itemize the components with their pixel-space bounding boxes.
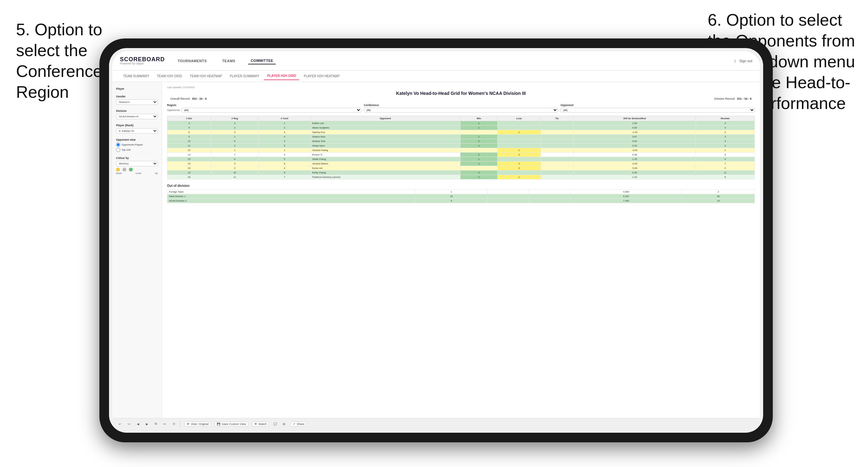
sidebar-colour-select[interactable]: Win/loss — [116, 161, 158, 166]
share-icon: ↗ — [293, 423, 295, 426]
table-row: 11 2 5 Heejo Hyun 1 3.33 3 — [167, 144, 755, 148]
subnav-team-summary[interactable]: TEAM SUMMARY — [120, 72, 153, 80]
td-win: 1 — [460, 126, 497, 130]
dot-level — [123, 168, 126, 172]
td-rounds: 7 — [696, 161, 755, 166]
td-diff: -3.00 — [573, 148, 695, 153]
th-win: Win — [460, 116, 497, 121]
th-reg: # Reg — [211, 116, 258, 121]
td-tie — [540, 170, 573, 175]
td-opponent: Stella Cheng — [310, 157, 460, 161]
td-rounds: 3 — [696, 130, 755, 135]
out-of-div-table: Foreign Team 1 4.500 2 NAIA Division 1 1… — [167, 189, 755, 203]
conference-select[interactable]: (All) — [364, 108, 558, 113]
save-custom-label: Save Custom View — [222, 423, 246, 426]
grid-icon[interactable]: ⊞ — [282, 422, 287, 427]
sign-out-link[interactable]: Sign out — [739, 59, 752, 63]
radio-opponents-played[interactable]: Opponents Played — [116, 143, 158, 147]
view-original-btn[interactable]: 👁 View: Original — [184, 422, 211, 427]
td-conf: 3 — [258, 130, 310, 135]
subnav-player-h2h-grid[interactable]: PLAYER H2H GRID — [264, 72, 299, 80]
radio-top100-input[interactable] — [116, 148, 120, 152]
table-row: 6 3 3 Sydney Kuo 1 -1.00 3 — [167, 130, 755, 135]
td-div: 14 — [167, 153, 211, 157]
td-diff: 4.00 — [573, 139, 695, 144]
sidebar-player-rank-select[interactable]: 8. Katelyn Vo — [116, 128, 158, 134]
tablet-screen: SCOREBOARD Powered by clippd TOURNAMENTS… — [112, 51, 760, 430]
dot-level-label: Level — [136, 172, 141, 174]
nav-committee[interactable]: COMMITTEE — [248, 57, 276, 64]
radio-top100[interactable]: Top 100 — [116, 148, 158, 152]
td-opponent: Emily Chang — [310, 170, 460, 175]
td-conf: 5 — [258, 157, 310, 161]
td-reg: 8 — [211, 157, 258, 161]
td-tie — [540, 135, 573, 139]
td-rounds: 6 — [696, 175, 755, 180]
share-btn[interactable]: ↗ Share — [290, 422, 307, 427]
nav-tournaments[interactable]: TOURNAMENTS — [175, 58, 209, 64]
td-rounds: 4 — [696, 121, 755, 126]
td-div: 9 — [167, 135, 211, 139]
td-opponent: Heejo Hyun — [310, 144, 460, 148]
edit-icon[interactable]: ✏ — [162, 422, 167, 427]
out-of-division-title: Out of division — [167, 184, 755, 187]
app-container: SCOREBOARD Powered by clippd TOURNAMENTS… — [112, 51, 760, 430]
undo-icon[interactable]: ↩ — [117, 422, 123, 427]
sidebar: Player Gender Women's Division NCAA Divi… — [112, 82, 162, 418]
sidebar-colour-label: Colour by — [116, 156, 158, 160]
td-loss — [498, 170, 541, 175]
subnav-team-h2h-heatmap[interactable]: TEAM H2H HEATMAP — [187, 72, 225, 80]
subnav-player-summary[interactable]: PLAYER SUMMARY — [227, 72, 262, 80]
opponent-select[interactable]: (All) — [560, 108, 755, 113]
td-loss: 3 — [498, 166, 541, 170]
sidebar-opponent-view-section: Opponent view Opponents Played Top 100 — [116, 138, 158, 152]
region-select[interactable]: (All) — [182, 108, 361, 113]
th-opponent: Opponent — [310, 116, 460, 121]
td-conf: 6 — [258, 170, 310, 175]
td-div: 16 — [167, 161, 211, 166]
td-opponent: Federica Domecq Lacroze — [310, 175, 460, 180]
subnav-team-h2h-grid[interactable]: TEAM H2H GRID — [154, 72, 185, 80]
sidebar-division-select[interactable]: NCAA Division III — [116, 114, 158, 119]
th-rounds: Rounds — [696, 116, 755, 121]
radio-opponents-played-input[interactable] — [116, 143, 120, 147]
nav-teams[interactable]: TEAMS — [220, 58, 238, 64]
td-opponent: Jessica Huang — [310, 148, 460, 153]
td-conf: 6 — [258, 161, 310, 166]
back-icon[interactable]: ◀ — [135, 422, 141, 427]
nav-right: | Sign out — [735, 59, 752, 63]
table-row: 19 10 6 Emily Chang 4 0.30 11 — [167, 170, 755, 175]
save-icon: 💾 — [217, 423, 220, 426]
td-conf: 2 — [258, 166, 310, 170]
subnav-player-h2h-heatmap[interactable]: PLAYER H2H HEATMAP — [301, 72, 343, 80]
td-conf: 3 — [258, 139, 310, 144]
radio-opponents-played-label: Opponents Played — [122, 143, 143, 146]
logo-sub: Powered by clippd — [120, 62, 165, 65]
td-loss: 1 — [498, 148, 541, 153]
save-custom-btn[interactable]: 💾 Save Custom View — [215, 422, 248, 427]
ood-td-loss — [488, 194, 529, 199]
td-tie — [540, 126, 573, 130]
copy-icon[interactable]: ⧉ — [153, 422, 158, 427]
comment-icon[interactable]: 💬 — [273, 422, 278, 427]
nav-left: SCOREBOARD Powered by clippd TOURNAMENTS… — [120, 56, 276, 65]
td-rounds: 2 — [696, 166, 755, 170]
division-record-label: Division Record: — [714, 97, 735, 100]
watch-btn[interactable]: 👁 Watch — [252, 422, 269, 427]
th-loss: Loss — [498, 116, 541, 121]
filter-region-label: Region — [167, 103, 361, 107]
filter-opponent-row: (All) — [560, 108, 755, 113]
ood-td-loss — [488, 190, 529, 194]
redo-icon[interactable]: ↪ — [126, 422, 131, 427]
sidebar-gender-select[interactable]: Women's — [116, 99, 158, 105]
clock-icon[interactable]: ⏱ — [171, 422, 176, 427]
td-opponent: Eunice Yi — [310, 153, 460, 157]
td-diff: 1.50 — [573, 121, 695, 126]
sidebar-gender-label: Gender — [116, 95, 158, 98]
td-diff: 3.33 — [573, 144, 695, 148]
opponents-filter-label: Opponents: — [167, 108, 180, 112]
forward-icon[interactable]: ▶ — [144, 422, 149, 427]
sidebar-player-rank-section: Player (Rank) 8. Katelyn Vo — [116, 124, 158, 134]
td-opponent: Sharon Mun — [310, 135, 460, 139]
table-row: 20 11 7 Federica Domecq Lacroze 2 1 1.33… — [167, 175, 755, 180]
